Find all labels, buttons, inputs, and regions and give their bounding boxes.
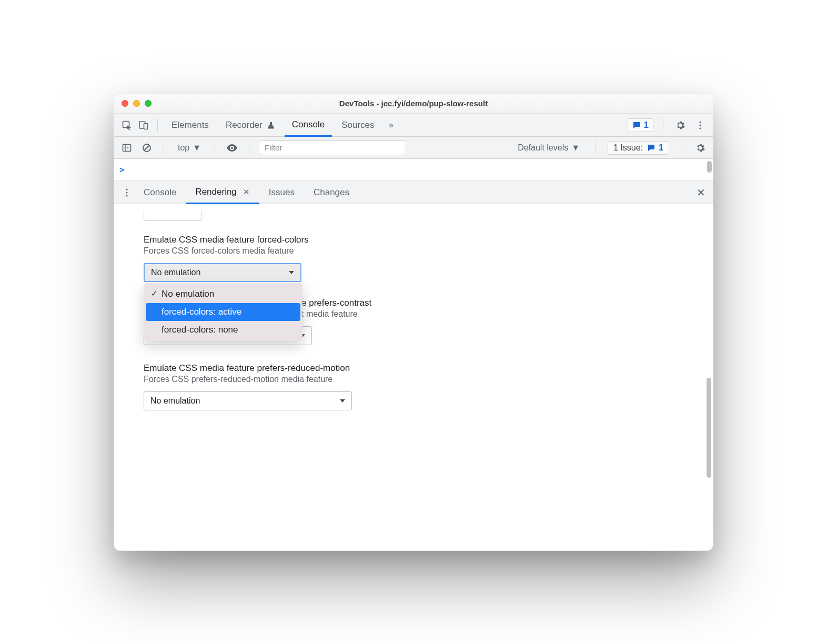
console-toolbar: top ▼ Default levels ▼ 1 Issue: 1: [114, 137, 713, 159]
chevron-down-icon: [340, 399, 345, 402]
context-selector-label: top: [178, 143, 189, 153]
clear-console-icon[interactable]: [139, 140, 154, 155]
message-icon: [647, 144, 655, 152]
console-sidebar-toggle-icon[interactable]: [119, 140, 134, 155]
chevron-down-icon: ▼: [193, 143, 201, 153]
close-drawer-icon[interactable]: ✕: [697, 186, 705, 199]
issues-counter-count: 1: [659, 143, 663, 153]
log-levels-label: Default levels: [518, 143, 568, 153]
divider: [249, 142, 249, 154]
divider: [596, 142, 596, 154]
issues-badge[interactable]: 1: [628, 118, 653, 132]
tab-console[interactable]: Console: [285, 114, 332, 137]
issues-badge-count: 1: [644, 120, 649, 130]
close-window-button[interactable]: [122, 100, 128, 107]
rendering-panel: Emulate CSS media feature forced-colors …: [114, 204, 713, 550]
console-settings-icon[interactable]: [693, 140, 708, 155]
message-icon: [632, 121, 641, 129]
panel-scrollbar-thumb[interactable]: [707, 378, 711, 478]
console-prompt: >: [119, 165, 125, 175]
scrollbar-thumb[interactable]: [707, 161, 712, 173]
live-expression-icon[interactable]: [225, 140, 239, 155]
dropdown-option-no-emulation[interactable]: No emulation: [146, 285, 300, 303]
minimize-window-button[interactable]: [133, 100, 140, 107]
drawer-tab-rendering-label: Rendering: [195, 187, 236, 197]
svg-point-3: [699, 121, 701, 123]
drawer-kebab-icon[interactable]: [119, 185, 134, 200]
inspect-icon[interactable]: [119, 118, 134, 133]
context-selector[interactable]: top ▼: [174, 142, 205, 154]
clipped-select-stub: [144, 210, 201, 221]
console-filter-input[interactable]: [259, 140, 406, 155]
devtools-window: DevTools - jec.fyi/demo/pup-slow-result …: [114, 93, 713, 551]
divider: [164, 142, 164, 154]
drawer-tab-console[interactable]: Console: [134, 181, 186, 204]
flask-icon: [267, 121, 275, 129]
drawer-tabstrip: Console Rendering ✕ Issues Changes ✕: [114, 181, 713, 204]
tab-elements[interactable]: Elements: [164, 114, 216, 136]
svg-point-9: [126, 188, 127, 190]
zoom-window-button[interactable]: [145, 100, 152, 107]
svg-point-8: [231, 147, 233, 149]
svg-point-10: [126, 192, 127, 193]
main-tabstrip: Elements Recorder Console Sources » 1: [114, 114, 713, 137]
svg-point-11: [126, 195, 127, 196]
drawer-tab-changes[interactable]: Changes: [304, 181, 359, 204]
forced-colors-select-value: No emulation: [151, 268, 200, 277]
section-desc: Forces CSS prefers-reduced-motion media …: [144, 375, 698, 384]
section-title: Emulate CSS media feature forced-colors: [144, 235, 698, 245]
kebab-menu-icon[interactable]: [693, 118, 708, 133]
chevron-down-icon: ▼: [571, 143, 580, 153]
window-title: DevTools - jec.fyi/demo/pup-slow-result: [114, 99, 713, 108]
svg-rect-2: [144, 123, 148, 129]
section-forced-colors: Emulate CSS media feature forced-colors …: [144, 235, 698, 282]
dropdown-option-forced-colors-active[interactable]: forced-colors: active: [146, 303, 300, 321]
divider: [215, 142, 215, 154]
svg-point-5: [699, 127, 701, 129]
tab-sources[interactable]: Sources: [334, 114, 381, 136]
tab-recorder-label: Recorder: [226, 120, 263, 130]
device-toolbar-icon[interactable]: [136, 118, 151, 133]
issues-counter-label: 1 Issue:: [613, 143, 643, 153]
drawer-tab-rendering[interactable]: Rendering ✕: [186, 182, 259, 204]
drawer-tab-issues[interactable]: Issues: [259, 181, 304, 204]
forced-colors-select[interactable]: No emulation: [144, 263, 301, 282]
divider: [157, 119, 158, 132]
log-levels-selector[interactable]: Default levels ▼: [513, 142, 584, 154]
svg-point-4: [699, 124, 701, 126]
console-body[interactable]: >: [114, 159, 713, 181]
divider: [681, 142, 681, 154]
section-desc: Forces CSS forced-colors media feature: [144, 246, 698, 256]
forced-colors-dropdown: No emulation forced-colors: active force…: [144, 283, 302, 341]
dropdown-option-forced-colors-none[interactable]: forced-colors: none: [146, 321, 300, 339]
prefers-reduced-motion-select-value: No emulation: [150, 396, 200, 406]
tab-recorder[interactable]: Recorder: [218, 114, 283, 136]
divider: [663, 119, 663, 132]
window-controls: [122, 100, 152, 107]
close-tab-icon[interactable]: ✕: [243, 187, 250, 197]
issues-counter[interactable]: 1 Issue: 1: [608, 141, 669, 155]
section-title: Emulate CSS media feature prefers-reduce…: [144, 363, 698, 374]
chevron-down-icon: [289, 271, 294, 274]
prefers-reduced-motion-select[interactable]: No emulation: [144, 391, 352, 410]
section-prefers-reduced-motion: Emulate CSS media feature prefers-reduce…: [144, 363, 698, 410]
more-tabs-icon[interactable]: »: [384, 118, 399, 133]
titlebar: DevTools - jec.fyi/demo/pup-slow-result: [114, 94, 713, 114]
settings-icon[interactable]: [673, 118, 688, 133]
